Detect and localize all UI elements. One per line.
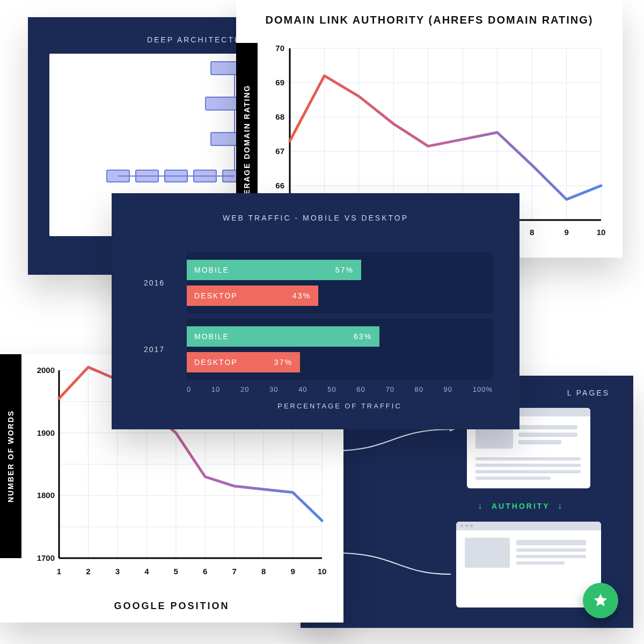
svg-text:1800: 1800: [37, 491, 55, 500]
star-icon: [592, 592, 609, 609]
bar-desktop-2016: DESKTOP 43%: [187, 286, 318, 306]
svg-text:70: 70: [275, 43, 284, 53]
mvd-xticks: 0102030405060708090100%: [187, 385, 493, 393]
arrow-down-icon: ↓: [558, 500, 564, 511]
mvd-bars: 2016 MOBILE 57% DESKTOP 43% 2017 MOBILE …: [187, 252, 493, 410]
svg-text:6: 6: [203, 567, 207, 576]
nw-xlabel: GOOGLE POSITION: [0, 601, 343, 612]
dr-xticks: 8910: [530, 228, 605, 237]
svg-text:8: 8: [261, 567, 266, 576]
nw-yticks: 2000190018001700: [37, 365, 55, 562]
bar-label: DESKTOP: [194, 358, 238, 367]
svg-text:2: 2: [86, 567, 90, 576]
svg-text:10: 10: [597, 228, 606, 237]
svg-text:4: 4: [144, 567, 149, 576]
svg-text:1900: 1900: [37, 428, 55, 437]
nw-ylabel: NUMBER OF WORDS: [6, 410, 15, 502]
card-mobile-vs-desktop: WEB TRAFFIC - MOBILE VS DESKTOP 2016 MOB…: [112, 193, 519, 429]
bar-label: MOBILE: [194, 332, 229, 341]
authority-label: AUTHORITY: [492, 502, 550, 510]
svg-text:3: 3: [115, 567, 120, 576]
svg-text:5: 5: [174, 567, 178, 576]
dr-title: DOMAIN LINK AUTHORITY (AHREFS DOMAIN RAT…: [236, 0, 623, 30]
svg-text:68: 68: [275, 112, 284, 121]
svg-text:69: 69: [275, 78, 284, 87]
bar-value: 37%: [274, 358, 292, 367]
dr-ylabel: ERAGE DOMAIN RATING: [243, 85, 251, 195]
bar-label: DESKTOP: [194, 291, 238, 300]
svg-text:66: 66: [275, 181, 284, 190]
group-2016: 2016 MOBILE 57% DESKTOP 43%: [187, 252, 493, 313]
year-label: 2016: [144, 279, 165, 287]
svg-text:7: 7: [232, 567, 236, 576]
svg-text:2000: 2000: [37, 365, 55, 375]
bar-mobile-2016: MOBILE 57%: [187, 260, 361, 280]
bar-mobile-2017: MOBILE 63%: [187, 326, 379, 347]
nw-ylabel-strip: NUMBER OF WORDS: [0, 354, 21, 558]
bar-value: 57%: [335, 266, 354, 274]
mvd-xlabel: PERCENTAGE OF TRAFFIC: [187, 402, 493, 410]
authority-label-row: ↓ AUTHORITY ↓: [478, 500, 564, 511]
mvd-title: WEB TRAFFIC - MOBILE VS DESKTOP: [112, 193, 519, 234]
bar-value: 63%: [354, 332, 372, 341]
group-2017: 2017 MOBILE 63% DESKTOP 37%: [187, 319, 493, 380]
svg-text:10: 10: [318, 567, 327, 576]
svg-text:1: 1: [57, 567, 61, 576]
bar-label: MOBILE: [194, 266, 229, 274]
nw-xticks: 12345678910: [57, 567, 327, 576]
bar-value: 43%: [292, 291, 311, 300]
svg-text:1700: 1700: [37, 553, 55, 562]
dr-yticks: 6667686970: [275, 43, 284, 190]
dr-line: [290, 76, 601, 199]
svg-text:9: 9: [290, 567, 295, 576]
svg-text:8: 8: [530, 228, 534, 237]
mini-page-bottom: [456, 522, 601, 608]
svg-text:67: 67: [275, 147, 284, 156]
arrow-down-icon: ↓: [478, 500, 484, 511]
bar-desktop-2017: DESKTOP 37%: [187, 352, 300, 372]
year-label: 2017: [144, 345, 165, 354]
star-fab[interactable]: [583, 583, 618, 618]
svg-text:9: 9: [564, 228, 568, 237]
